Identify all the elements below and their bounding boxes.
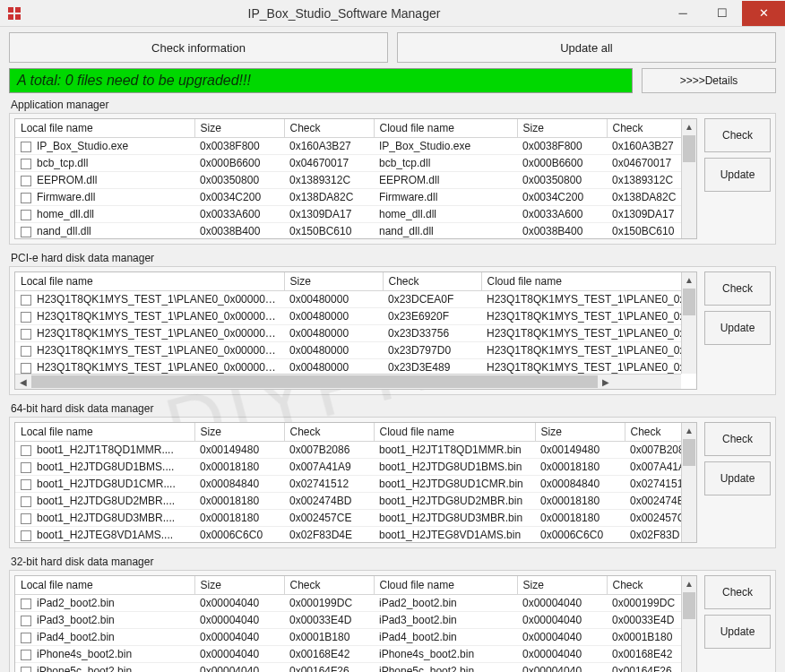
row-checkbox[interactable] (21, 193, 31, 203)
table-row[interactable]: H23Q1T8QK1MYS_TEST_1\PLANE0_0x00000100.b… (15, 308, 681, 325)
column-header[interactable]: Size (194, 576, 284, 595)
row-checkbox[interactable] (21, 496, 31, 507)
table-row[interactable]: boot1_H2JTDG8UD2MBR....0x000181800x00247… (15, 493, 681, 510)
table-row[interactable]: IP_Box_Studio.exe0x0038F8000x160A3B27IP_… (15, 138, 681, 155)
column-header[interactable]: Check (607, 576, 681, 595)
column-header[interactable]: Size (517, 576, 607, 595)
column-header[interactable]: Local file name (15, 272, 284, 291)
vertical-scrollbar[interactable]: ▲ (681, 423, 696, 542)
cell-cloud-file: H23Q1T8QK1MYS_TEST_1\PLANE0_0x (481, 342, 681, 359)
row-checkbox[interactable] (21, 159, 31, 169)
column-header[interactable]: Check (383, 272, 481, 291)
vertical-scrollbar[interactable]: ▲ (681, 272, 696, 374)
app-update-button[interactable]: Update (704, 158, 771, 192)
column-header[interactable]: Size (517, 119, 607, 138)
table-row[interactable]: iPad4_boot2.bin0x000040400x0001B180iPad4… (15, 629, 681, 646)
table-row[interactable]: Firmware.dll0x0034C2000x138DA82CFirmware… (15, 189, 681, 206)
table-row[interactable]: iPhone4s_boot2.bin0x000040400x00168E42iP… (15, 646, 681, 663)
table-row[interactable]: H23Q1T8QK1MYS_TEST_1\PLANE0_0x00000200.b… (15, 325, 681, 342)
column-header[interactable]: Local file name (15, 576, 194, 595)
column-header[interactable]: Cloud file name (374, 576, 517, 595)
row-checkbox[interactable] (21, 329, 31, 340)
group-label: PCI-e hard disk data manager (9, 252, 776, 264)
row-checkbox[interactable] (21, 650, 31, 660)
column-header[interactable]: Check (625, 423, 681, 442)
cell-size: 0x00480000 (284, 359, 383, 375)
pcie-update-button[interactable]: Update (704, 311, 771, 345)
row-checkbox[interactable] (21, 462, 31, 473)
column-header[interactable]: Local file name (15, 423, 194, 442)
bit32-check-button[interactable]: Check (704, 575, 771, 609)
column-header[interactable]: Cloud file name (374, 119, 517, 138)
row-checkbox[interactable] (21, 295, 31, 306)
row-checkbox[interactable] (21, 176, 31, 186)
bit64-check-button[interactable]: Check (704, 422, 771, 456)
row-checkbox[interactable] (21, 346, 31, 357)
row-checkbox[interactable] (21, 445, 31, 456)
row-checkbox[interactable] (21, 142, 31, 152)
row-checkbox[interactable] (21, 363, 31, 374)
table-row[interactable]: bcb_tcp.dll0x000B66000x04670017bcb_tcp.d… (15, 155, 681, 172)
column-header[interactable]: Check (284, 423, 374, 442)
table-row[interactable]: iPad2_boot2.bin0x000040400x000199DCiPad2… (15, 595, 681, 612)
minimize-button[interactable]: ─ (663, 1, 703, 26)
maximize-button[interactable]: ☐ (703, 1, 742, 26)
column-header[interactable]: Cloud file name (481, 272, 681, 291)
cell-cloud-check: 0x00164F26 (607, 663, 681, 673)
table-row[interactable]: H23Q1T8QK1MYS_TEST_1\PLANE0_0x00000400.b… (15, 359, 681, 375)
cell-local-file: iPhone5c_boot2.bin (15, 663, 194, 673)
column-header[interactable]: Size (535, 423, 625, 442)
column-header[interactable]: Check (284, 119, 374, 138)
app-check-button[interactable]: Check (704, 118, 771, 152)
column-header[interactable]: Check (284, 576, 374, 595)
table-row[interactable]: H23Q1T8QK1MYS_TEST_1\PLANE0_0x00000000.b… (15, 291, 681, 308)
table-row[interactable]: H23Q1T8QK1MYS_TEST_1\PLANE0_0x00000300.b… (15, 342, 681, 359)
column-header[interactable]: Local file name (15, 119, 194, 138)
row-checkbox[interactable] (21, 312, 31, 323)
table-row[interactable]: EEPROM.dll0x003508000x1389312CEEPROM.dll… (15, 172, 681, 189)
column-header[interactable]: Check (607, 119, 681, 138)
cell-size: 0x0034C200 (194, 189, 284, 206)
row-checkbox[interactable] (21, 227, 31, 237)
table-row[interactable]: iPad3_boot2.bin0x000040400x00033E4DiPad3… (15, 612, 681, 629)
row-checkbox[interactable] (21, 513, 31, 524)
cell-cloud-size: 0x0038B400 (517, 223, 607, 239)
bit32-update-button[interactable]: Update (704, 615, 771, 649)
table-row[interactable]: boot1_H2JTEG8VD1AMS....0x0006C6C00x02F83… (15, 527, 681, 543)
row-checkbox[interactable] (21, 616, 31, 626)
update-all-button[interactable]: Update all (397, 32, 776, 63)
row-checkbox[interactable] (21, 633, 31, 643)
bit64-update-button[interactable]: Update (704, 461, 771, 495)
table-row[interactable]: boot1_H2JT1T8QD1MMR....0x001494800x007B2… (15, 442, 681, 459)
check-information-button[interactable]: Check information (9, 32, 388, 63)
vertical-scrollbar[interactable]: ▲ (681, 576, 696, 672)
details-button[interactable]: >>>>Details (642, 68, 776, 93)
app-table[interactable]: Local file nameSizeCheckCloud file nameS… (15, 119, 681, 238)
cell-size: 0x00480000 (284, 342, 383, 359)
table-row[interactable]: iPhone5c_boot2.bin0x000040400x00164F26iP… (15, 663, 681, 673)
pcie-table[interactable]: Local file nameSizeCheckCloud file name … (15, 272, 681, 374)
table-row[interactable]: nand_dll.dll0x0038B4000x150BC610nand_dll… (15, 223, 681, 239)
column-header[interactable]: Cloud file name (374, 423, 535, 442)
row-checkbox[interactable] (21, 599, 31, 609)
row-checkbox[interactable] (21, 667, 31, 672)
table-row[interactable]: boot1_H2JTDG8UD3MBR....0x000181800x00245… (15, 510, 681, 527)
pcie-check-button[interactable]: Check (704, 271, 771, 306)
cell-local-file: H23Q1T8QK1MYS_TEST_1\PLANE0_0x00000100.b… (15, 308, 284, 325)
bit64-table[interactable]: Local file nameSizeCheckCloud file nameS… (15, 423, 681, 542)
cell-local-file: iPad2_boot2.bin (15, 595, 194, 612)
column-header[interactable]: Size (194, 423, 284, 442)
column-header[interactable]: Size (194, 119, 284, 138)
bit32-table[interactable]: Local file nameSizeCheckCloud file nameS… (15, 576, 681, 672)
row-checkbox[interactable] (21, 210, 31, 220)
row-checkbox[interactable] (21, 479, 31, 490)
table-row[interactable]: boot1_H2JTDG8UD1BMS....0x000181800x007A4… (15, 459, 681, 476)
table-row[interactable]: boot1_H2JTDG8UD1CMR....0x000848400x02741… (15, 476, 681, 493)
column-header[interactable]: Size (284, 272, 383, 291)
table-row[interactable]: home_dll.dll0x0033A6000x1309DA17home_dll… (15, 206, 681, 223)
close-button[interactable]: ✕ (742, 1, 785, 26)
cell-cloud-size: 0x00004040 (517, 629, 607, 646)
vertical-scrollbar[interactable]: ▲ (681, 119, 696, 238)
horizontal-scrollbar[interactable]: ◀▶ (15, 374, 681, 389)
row-checkbox[interactable] (21, 530, 31, 541)
